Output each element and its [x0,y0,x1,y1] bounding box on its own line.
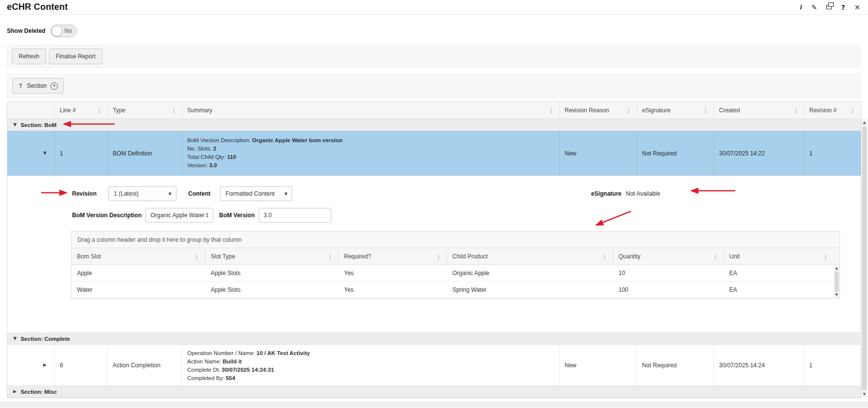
bom-version-description-label: BoM Version Description [72,212,142,219]
expand-detail-icon[interactable]: ▶ [43,363,47,367]
column-menu-icon[interactable]: ⋮ [434,253,443,260]
column-header-line[interactable]: Line # ⋮ [55,102,108,119]
column-menu-icon[interactable]: ⋮ [95,107,104,114]
column-header-summary[interactable]: Summary ⋮ [182,102,560,119]
scroll-up-icon[interactable]: ▲ [863,121,866,125]
action-toolbar: Refresh Finalise Report [7,45,861,68]
column-header-created[interactable]: Created ⋮ [714,102,804,119]
cell-quantity: 10 [613,265,724,281]
column-menu-icon[interactable]: ⋮ [791,107,800,114]
column-menu-icon[interactable]: ⋮ [701,107,710,114]
grid-vertical-scrollbar[interactable]: ▲ ▼ [861,119,868,398]
remove-group-icon[interactable]: ✕ [50,82,58,90]
action-completion-row[interactable]: ▶ 6 Action Completion Operation Number /… [7,345,861,386]
column-menu-icon[interactable]: ⋮ [546,107,556,114]
help-icon[interactable]: ? [841,4,845,11]
detail-form-row-2: BoM Version Description BoM Version [72,207,331,223]
revision-dropdown[interactable]: 1 (Latest) ▼ [108,186,176,201]
summary-line: BoM Version Description: Organic Apple W… [187,136,343,144]
close-icon[interactable]: ✕ [854,4,860,11]
collapse-group-icon[interactable]: ▼ [13,336,17,341]
finalise-report-button[interactable]: Finalise Report [49,49,102,64]
scroll-up-icon[interactable]: ▲ [835,266,838,270]
echr-content-window: eCHR Content i ✎ ? ✕ Show Deleted No Ref… [0,0,868,398]
column-label-revision-reason: Revision Reason [565,107,609,114]
dropdown-arrow-icon[interactable]: ▼ [284,192,287,196]
bom-slot-row-water[interactable]: Water Apple Slots Yes Spring Water 100 E… [72,281,840,298]
summary-line: Operation Number / Name: 10 / AK Test Ac… [187,349,310,357]
toggle-knob [51,26,62,36]
group-row-complete[interactable]: ▼ Section: Complete [7,333,861,345]
inner-grid-scrollbar[interactable]: ▲ ▼ [834,265,840,298]
popout-window-icon[interactable] [826,5,832,9]
group-label-misc: Section: Misc [21,389,57,395]
bom-slot-row-apple[interactable]: Apple Apple Slots Yes Organic Apple 10 E… [72,265,840,281]
content-dropdown[interactable]: Formatted Content ▼ [220,186,292,201]
column-header-slot-type[interactable]: Slot Type ⋮ [205,248,339,264]
dropdown-arrow-icon[interactable]: ▼ [169,192,172,196]
column-header-unit[interactable]: Unit ⋮ [724,248,834,264]
scroll-down-icon[interactable]: ▼ [835,293,838,297]
collapse-group-icon[interactable]: ▼ [13,123,17,127]
show-deleted-toggle[interactable]: No [50,25,77,37]
expand-cell: ▼ [7,131,55,176]
edit-icon[interactable]: ✎ [811,4,817,11]
column-menu-icon[interactable]: ⋮ [711,253,720,260]
scroll-down-icon[interactable]: ▼ [863,392,866,396]
cell-esignature: Not Required [637,345,714,385]
cell-required: Yes [339,265,447,281]
column-header-esignature[interactable]: eSignature ⋮ [637,102,714,119]
column-header-type[interactable]: Type ⋮ [108,102,182,119]
column-header-revision-no[interactable]: Revision # ⋮ [804,102,861,119]
cell-summary: BoM Version Description: Organic Apple W… [182,131,560,176]
expand-group-icon[interactable]: ▶ [13,389,17,394]
column-header-required[interactable]: Required? ⋮ [339,248,447,264]
sort-ascending-icon[interactable]: ↑ [18,82,23,89]
cell-slot-type: Apple Slots [205,265,339,281]
summary-line: Total Child Qty: 110 [187,153,236,161]
group-drop-zone[interactable]: Drag a column header and drop it here to… [72,231,840,248]
cell-line: 1 [55,131,108,176]
column-header-child-product[interactable]: Child Product ⋮ [447,248,613,264]
column-label-line: Line # [60,107,76,114]
bom-version-input[interactable] [259,208,331,223]
cell-created: 30/07/2025 14:22 [714,131,804,176]
group-by-bar[interactable]: ↑ Section ✕ [7,74,861,98]
column-header-bom-slot[interactable]: Bom Slot ⋮ [72,248,205,264]
cell-unit: EA [724,265,834,281]
summary-line: Action Name: Build it [187,357,242,365]
cell-bom-slot: Apple [72,265,205,281]
group-chip-label: Section [27,82,47,89]
scrollbar-thumb[interactable] [835,271,839,292]
column-menu-icon[interactable]: ⋮ [169,107,178,114]
group-row-misc[interactable]: ▶ Section: Misc [7,386,861,398]
bom-slots-header-row: Bom Slot ⋮ Slot Type ⋮ Required? ⋮ Chi [72,248,840,265]
column-menu-icon[interactable]: ⋮ [192,253,201,260]
scrollbar-thumb[interactable] [862,127,867,390]
bom-definition-row[interactable]: ▼ 1 BOM Definition BoM Version Descripti… [7,131,861,176]
cell-bom-slot: Water [72,281,205,298]
column-header-revision-reason[interactable]: Revision Reason ⋮ [560,102,637,119]
revision-dropdown-value: 1 (Latest) [114,190,139,197]
bom-version-description-input[interactable] [146,208,213,223]
cell-type: Action Completion [108,345,182,385]
grid-header-row: Line # ⋮ Type ⋮ Summary ⋮ Revision Reaso… [7,102,861,119]
column-menu-icon[interactable]: ⋮ [624,107,633,114]
column-header-quantity[interactable]: Quantity ⋮ [613,248,724,264]
titlebar: eCHR Content i ✎ ? ✕ [0,0,868,15]
horizontal-scrollbar-track[interactable] [0,402,868,408]
info-icon[interactable]: i [800,3,802,11]
column-menu-icon[interactable]: ⋮ [325,253,335,260]
cell-slot-type: Apple Slots [205,281,339,298]
page-title: eCHR Content [7,2,68,12]
column-label-summary: Summary [187,107,212,114]
column-menu-icon[interactable]: ⋮ [821,253,830,260]
refresh-button[interactable]: Refresh [12,49,46,64]
column-menu-icon[interactable]: ⋮ [600,253,609,260]
group-row-bom[interactable]: ▼ Section: BoM [7,119,861,131]
summary-line: Complete Dt: 30/07/2025 14:24:31 [187,366,274,374]
revision-label: Revision [72,190,97,197]
column-menu-icon[interactable]: ⋮ [848,107,857,114]
group-chip-section[interactable]: ↑ Section ✕ [12,78,64,94]
collapse-detail-icon[interactable]: ▼ [43,151,47,155]
